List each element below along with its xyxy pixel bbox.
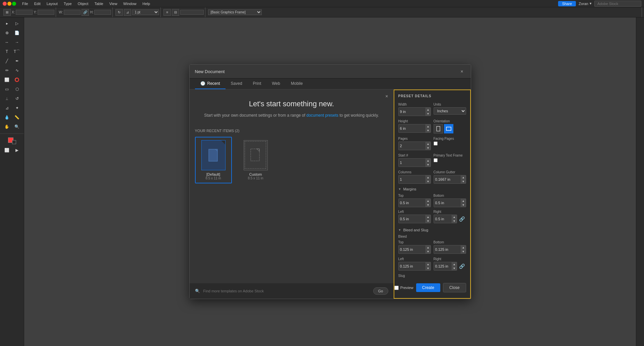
- bleed-left-increment-btn[interactable]: ▲: [426, 262, 431, 266]
- bleed-link-btn[interactable]: 🔗: [458, 263, 466, 270]
- bleed-bottom-input[interactable]: [434, 246, 461, 252]
- tool-pencil[interactable]: ✏: [2, 66, 12, 74]
- toolbar-stroke-select[interactable]: 1 pt: [132, 9, 159, 15]
- template-search-input[interactable]: [203, 289, 370, 293]
- menu-type[interactable]: Type: [61, 1, 75, 6]
- tool-scale[interactable]: ⊿: [2, 104, 12, 112]
- toolbar-frame-select[interactable]: [Basic Graphics Frame]: [208, 9, 262, 15]
- pages-increment-btn[interactable]: ▲: [426, 142, 431, 146]
- toolbar-rotate-btn[interactable]: ↻: [115, 9, 123, 16]
- margin-top-increment-btn[interactable]: ▲: [426, 199, 431, 203]
- margin-right-decrement-btn[interactable]: ▼: [452, 219, 457, 223]
- win-close[interactable]: [3, 2, 7, 6]
- recent-item-custom[interactable]: Custom 8.5 x 11 in: [237, 137, 274, 183]
- toolbar-y-input[interactable]: [38, 10, 54, 15]
- create-button[interactable]: Create: [416, 283, 440, 292]
- columns-decrement-btn[interactable]: ▼: [426, 179, 431, 183]
- bleed-right-increment-btn[interactable]: ▲: [452, 262, 457, 266]
- tool-pen[interactable]: ✒: [12, 57, 22, 65]
- tool-type[interactable]: T: [2, 48, 12, 56]
- toolbar-measure-input[interactable]: [180, 10, 204, 15]
- facing-pages-checkbox[interactable]: [434, 141, 438, 146]
- column-gutter-decrement-btn[interactable]: ▼: [461, 179, 466, 183]
- bleed-left-decrement-btn[interactable]: ▼: [426, 266, 431, 270]
- bleed-top-increment-btn[interactable]: ▲: [426, 245, 431, 249]
- bleed-top-input[interactable]: [399, 246, 426, 252]
- tool-hand[interactable]: ✋: [2, 123, 12, 131]
- menu-edit[interactable]: Edit: [32, 1, 43, 6]
- portrait-orientation-btn[interactable]: [434, 124, 443, 133]
- bleed-right-decrement-btn[interactable]: ▼: [452, 266, 457, 270]
- start-num-increment-btn[interactable]: ▲: [426, 159, 431, 163]
- tool-free-transform[interactable]: ✦: [12, 104, 22, 112]
- primary-text-checkbox[interactable]: [434, 158, 438, 162]
- tool-rect-frame[interactable]: ⬜: [2, 76, 12, 84]
- tool-normal-view[interactable]: ⬜: [2, 146, 12, 154]
- hero-subtitle-link[interactable]: document presets: [306, 113, 338, 118]
- bleed-bottom-increment-btn[interactable]: ▲: [461, 245, 466, 249]
- bleed-bottom-decrement-btn[interactable]: ▼: [461, 249, 466, 253]
- template-search-go-button[interactable]: Go: [373, 287, 388, 295]
- width-increment-btn[interactable]: ▲: [426, 108, 431, 112]
- width-input[interactable]: [399, 109, 426, 115]
- bleed-left-input[interactable]: [399, 263, 426, 269]
- margin-top-input[interactable]: [399, 200, 426, 206]
- tool-eyedropper[interactable]: 💧: [2, 113, 12, 121]
- dialog-close-button[interactable]: ×: [458, 68, 465, 75]
- margin-bottom-input[interactable]: [434, 200, 461, 206]
- toolbar-grid-btn[interactable]: ⊞: [3, 9, 11, 16]
- tool-direct-select[interactable]: ▷: [12, 19, 22, 27]
- margin-bottom-decrement-btn[interactable]: ▼: [461, 203, 466, 207]
- menu-layout[interactable]: Layout: [44, 1, 60, 6]
- tool-content-collector[interactable]: ↔: [2, 38, 12, 46]
- win-max[interactable]: [12, 2, 16, 6]
- margins-link-btn[interactable]: 🔗: [458, 216, 466, 222]
- tool-smooth[interactable]: ∿: [12, 66, 22, 74]
- bleed-top-decrement-btn[interactable]: ▼: [426, 249, 431, 253]
- user-chevron[interactable]: ▾: [590, 1, 592, 6]
- stroke-color-swatch[interactable]: [12, 140, 16, 144]
- toolbar-align-btn[interactable]: ≡: [163, 9, 171, 16]
- tool-content-placer[interactable]: →: [12, 38, 22, 46]
- margin-top-decrement-btn[interactable]: ▼: [426, 203, 431, 207]
- menu-help[interactable]: Help: [140, 1, 153, 6]
- toolbar-dist-btn[interactable]: ⊟: [172, 9, 179, 16]
- menu-view[interactable]: View: [107, 1, 120, 6]
- margin-right-increment-btn[interactable]: ▲: [452, 215, 457, 219]
- height-decrement-btn[interactable]: ▼: [426, 128, 431, 132]
- start-num-input[interactable]: [399, 160, 426, 166]
- tool-polygon[interactable]: ⬡: [12, 85, 22, 93]
- tab-print[interactable]: Print: [248, 78, 267, 89]
- pages-decrement-btn[interactable]: ▼: [426, 146, 431, 150]
- menu-object[interactable]: Object: [75, 1, 91, 6]
- pages-input[interactable]: [399, 143, 426, 149]
- tab-web[interactable]: Web: [266, 78, 285, 89]
- margin-left-increment-btn[interactable]: ▲: [426, 215, 431, 219]
- tab-mobile[interactable]: Mobile: [286, 78, 308, 89]
- margin-left-decrement-btn[interactable]: ▼: [426, 219, 431, 223]
- toolbar-w-input[interactable]: [64, 10, 81, 15]
- toolbar-x-input[interactable]: [16, 10, 33, 15]
- margins-section-header[interactable]: ▼ Margins: [398, 187, 466, 191]
- win-min[interactable]: [7, 2, 11, 6]
- share-button[interactable]: Share: [558, 1, 576, 6]
- width-decrement-btn[interactable]: ▼: [426, 112, 431, 116]
- hero-close-button[interactable]: ×: [385, 94, 388, 99]
- height-input[interactable]: [399, 125, 426, 131]
- tool-measure[interactable]: 📏: [12, 113, 22, 121]
- menu-window[interactable]: Window: [120, 1, 139, 6]
- recent-item-default[interactable]: [Default] 8.5 x 11 in: [195, 137, 232, 183]
- height-increment-btn[interactable]: ▲: [426, 124, 431, 128]
- tool-type-path[interactable]: T⌒: [12, 48, 22, 56]
- menu-file[interactable]: File: [19, 1, 31, 6]
- margin-right-input[interactable]: [434, 216, 452, 222]
- bleed-right-input[interactable]: [434, 263, 452, 269]
- stock-search-input[interactable]: [594, 1, 641, 7]
- toolbar-link-btn[interactable]: 🔗: [82, 9, 89, 16]
- preview-checkbox[interactable]: [394, 286, 399, 290]
- units-select[interactable]: Inches Centimeters Millimeters Points Pi…: [434, 107, 466, 115]
- columns-input[interactable]: [399, 176, 426, 182]
- toolbar-h-input[interactable]: [94, 10, 111, 15]
- menu-table[interactable]: Table: [92, 1, 106, 6]
- tool-ellipse-frame[interactable]: ⭕: [12, 76, 22, 84]
